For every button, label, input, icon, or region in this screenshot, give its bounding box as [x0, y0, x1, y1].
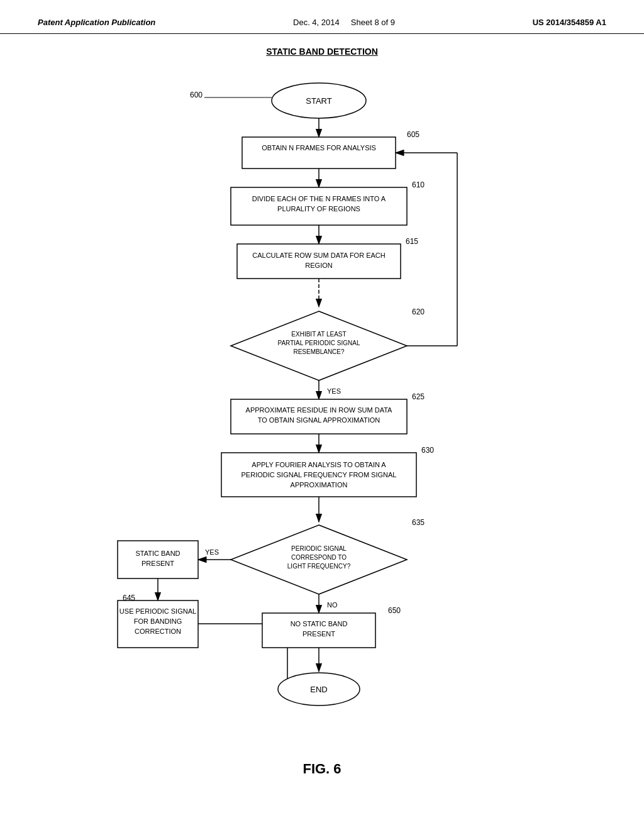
svg-text:PERIODIC SIGNAL: PERIODIC SIGNAL: [291, 545, 347, 552]
page-header: Patent Application Publication Dec. 4, 2…: [0, 0, 644, 34]
header-publication-label: Patent Application Publication: [38, 18, 155, 27]
svg-rect-5: [242, 137, 396, 169]
svg-text:PERIODIC SIGNAL FREQUENCY FROM: PERIODIC SIGNAL FREQUENCY FROM SIGNAL: [242, 471, 397, 479]
svg-text:STATIC BAND: STATIC BAND: [135, 550, 180, 557]
svg-text:FOR BANDING: FOR BANDING: [134, 617, 182, 625]
svg-text:610: 610: [412, 180, 425, 189]
svg-text:PRESENT: PRESENT: [303, 630, 335, 638]
svg-text:625: 625: [412, 392, 425, 401]
svg-text:REGION: REGION: [305, 262, 332, 269]
svg-text:EXHIBIT AT LEAST: EXHIBIT AT LEAST: [291, 331, 346, 338]
svg-text:NO STATIC BAND: NO STATIC BAND: [291, 620, 348, 628]
svg-text:635: 635: [412, 518, 425, 527]
svg-text:PRESENT: PRESENT: [142, 560, 174, 567]
svg-text:APPROXIMATION: APPROXIMATION: [291, 481, 348, 489]
svg-text:CALCULATE ROW SUM DATA FOR EAC: CALCULATE ROW SUM DATA FOR EACH: [252, 252, 386, 259]
diagram-container: STATIC BAND DETECTION START 600 OBTAIN N…: [0, 47, 644, 814]
svg-text:START: START: [306, 96, 331, 106]
flowchart-svg: START 600 OBTAIN N FRAMES FOR ANALYSIS 6…: [86, 63, 558, 755]
svg-text:630: 630: [421, 446, 434, 455]
figure-label: FIG. 6: [0, 761, 644, 777]
svg-text:CORRECTION: CORRECTION: [135, 628, 181, 635]
svg-text:APPLY FOURIER ANALYSIS TO OBTA: APPLY FOURIER ANALYSIS TO OBTAIN A: [252, 461, 386, 468]
svg-text:TO OBTAIN SIGNAL APPROXIMATION: TO OBTAIN SIGNAL APPROXIMATION: [258, 416, 380, 424]
svg-text:CORRESPOND TO: CORRESPOND TO: [291, 554, 347, 561]
svg-text:600: 600: [190, 91, 203, 99]
svg-text:620: 620: [412, 307, 425, 316]
svg-text:DIVIDE EACH OF THE N FRAMES IN: DIVIDE EACH OF THE N FRAMES INTO A: [252, 195, 386, 202]
svg-text:NO: NO: [327, 601, 338, 609]
svg-text:YES: YES: [205, 548, 219, 556]
svg-text:OBTAIN N FRAMES FOR ANALYSIS: OBTAIN N FRAMES FOR ANALYSIS: [262, 144, 376, 152]
svg-text:APPROXIMATE RESIDUE IN ROW SUM: APPROXIMATE RESIDUE IN ROW SUM DATA: [246, 406, 393, 414]
svg-text:RESEMBLANCE?: RESEMBLANCE?: [293, 348, 345, 355]
svg-text:PLURALITY OF REGIONS: PLURALITY OF REGIONS: [277, 205, 360, 213]
header-patent-number: US 2014/354859 A1: [533, 18, 606, 27]
svg-text:END: END: [310, 685, 327, 694]
svg-text:615: 615: [406, 237, 418, 246]
svg-text:605: 605: [407, 130, 419, 139]
svg-text:LIGHT FREQUENCY?: LIGHT FREQUENCY?: [287, 563, 351, 570]
header-date-sheet: Dec. 4, 2014 Sheet 8 of 9: [293, 18, 395, 27]
svg-text:PARTIAL PERIODIC SIGNAL: PARTIAL PERIODIC SIGNAL: [278, 340, 360, 346]
svg-text:YES: YES: [327, 387, 341, 395]
svg-text:650: 650: [388, 606, 401, 615]
svg-text:USE PERIODIC SIGNAL: USE PERIODIC SIGNAL: [119, 607, 196, 615]
diagram-title: STATIC BAND DETECTION: [0, 47, 644, 57]
